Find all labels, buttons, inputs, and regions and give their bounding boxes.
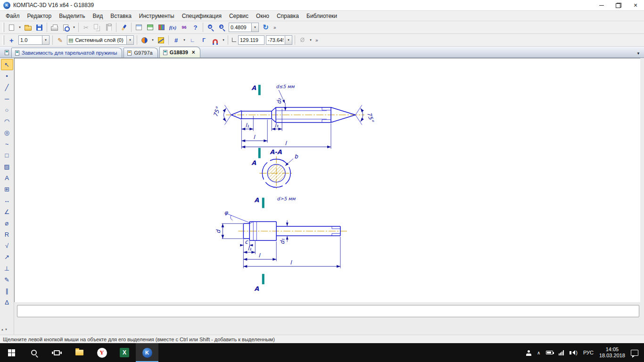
zoom-level-combobox[interactable]: ▾ — [229, 23, 259, 32]
menu-item[interactable]: Файл — [2, 11, 24, 21]
file-explorer-button[interactable] — [68, 343, 91, 362]
edit-tool[interactable]: ✎ — [1, 274, 13, 285]
print-preview-button[interactable] — [60, 22, 71, 33]
start-button[interactable] — [0, 343, 23, 362]
menu-item[interactable]: Выделить — [55, 11, 89, 21]
local-csys-button[interactable]: ∟ — [187, 35, 198, 46]
refresh-view-button[interactable]: ↻ — [260, 22, 271, 33]
line-scale-combobox[interactable]: ▾ — [18, 35, 50, 45]
coordinate-x-field[interactable] — [238, 35, 264, 45]
zoom-area-button[interactable] — [216, 22, 227, 33]
table-tool[interactable]: ⊞ — [1, 183, 13, 195]
angular-dimension-tool[interactable]: ∠ — [1, 206, 13, 217]
taskbar-search-button[interactable] — [23, 343, 45, 362]
task-view-button[interactable] — [45, 343, 68, 362]
snaps-dropdown-icon[interactable]: ▾ — [221, 35, 226, 46]
zoom-in-button[interactable] — [205, 22, 216, 33]
zoom-dropdown-icon[interactable]: ▾ — [251, 23, 258, 32]
action-center-button[interactable] — [631, 343, 638, 362]
menu-item[interactable]: Сервис — [225, 11, 252, 21]
measure-dropdown-icon[interactable]: ▾ — [308, 35, 313, 46]
current-style-button[interactable] — [156, 35, 166, 46]
ellipse-tool[interactable]: ◎ — [1, 127, 13, 138]
drawing-canvas[interactable]: 75° 75° А А d≤5 мм d₂ l₁ l₃ l l А-А — [15, 58, 641, 302]
kompas-taskbar-button[interactable]: K — [136, 343, 158, 362]
people-tray-button[interactable] — [526, 343, 531, 362]
tab-scroll-icon[interactable]: ▼ — [635, 51, 642, 56]
measure-tool[interactable]: Δ — [1, 296, 13, 308]
grid-button[interactable]: # — [171, 35, 182, 46]
layer-combobox[interactable]: ▤ Системный слой (0) ▾ — [67, 35, 134, 45]
open-document-button[interactable] — [23, 22, 33, 33]
tab-g9797a[interactable]: G9797a — [124, 48, 157, 58]
document-manager-button[interactable] — [145, 22, 156, 33]
leader-tool[interactable]: ↗ — [1, 251, 13, 263]
excel-button[interactable]: X — [113, 343, 136, 362]
toolbar-overflow-icon[interactable]: » — [315, 38, 318, 43]
circle-tool[interactable]: ○ — [1, 104, 13, 115]
scroll-up-icon[interactable]: ▲ — [1, 328, 5, 331]
text-tool[interactable]: A — [1, 172, 13, 183]
menu-item[interactable]: Вид — [89, 11, 107, 21]
zoom-level-input[interactable] — [229, 25, 251, 30]
spline-tool[interactable]: ~ — [1, 138, 13, 149]
print-preview-dropdown-icon[interactable]: ▾ — [72, 22, 76, 33]
save-button[interactable] — [34, 22, 45, 33]
coordinate-x-input[interactable] — [239, 37, 264, 43]
snaps-button[interactable] — [210, 35, 221, 46]
close-button[interactable]: × — [627, 0, 644, 10]
scroll-down-icon[interactable]: ▼ — [5, 328, 8, 331]
language-indicator[interactable]: РУС — [583, 350, 594, 355]
network-tray-button[interactable] — [559, 343, 564, 362]
datum-tool[interactable]: ⊥ — [1, 263, 13, 274]
menu-item[interactable]: Библиотеки — [303, 11, 341, 21]
menu-item[interactable]: Окно — [252, 11, 273, 21]
tab-g18839[interactable]: G18839 × — [159, 47, 200, 58]
linear-dimension-tool[interactable]: ↔ — [1, 195, 13, 206]
rectangle-tool[interactable]: □ — [1, 149, 13, 161]
auxiliary-line-tool[interactable]: ╱ — [1, 82, 13, 93]
volume-tray-button[interactable]: ) — [570, 343, 578, 362]
properties-button[interactable] — [133, 22, 144, 33]
tab-dependency-document[interactable]: Зависимость для тарельчатой пружины — [11, 48, 122, 58]
line-scale-dropdown-icon[interactable]: ▾ — [42, 36, 49, 44]
line-color-button[interactable] — [139, 35, 150, 46]
arc-tool[interactable]: ◠ — [1, 115, 13, 127]
segment-tool[interactable]: ─ — [1, 93, 13, 104]
toolbar-grip[interactable] — [2, 35, 4, 45]
parametrization-tool[interactable]: ∥ — [1, 285, 13, 296]
menu-item[interactable]: Спецификация — [178, 11, 225, 21]
restore-button[interactable] — [610, 0, 627, 10]
color-dropdown-icon[interactable]: ▾ — [150, 35, 155, 46]
coordinate-y-input[interactable] — [266, 37, 285, 43]
app-logo-icon[interactable]: K — [3, 2, 10, 9]
roughness-tool[interactable]: √ — [1, 240, 13, 251]
menu-item[interactable]: Вставка — [107, 11, 135, 21]
property-bar[interactable] — [17, 305, 639, 317]
diameter-dimension-tool[interactable]: ⌀ — [1, 217, 13, 229]
ortho-mode-button[interactable]: Γ — [198, 35, 209, 46]
coordinate-dropdown-icon[interactable]: ▾ — [285, 36, 292, 44]
menu-item[interactable]: Редактор — [24, 11, 56, 21]
units-button[interactable]: 96 — [179, 22, 190, 33]
battery-tray-button[interactable] — [546, 343, 553, 362]
toolbar-grip[interactable] — [2, 23, 4, 32]
context-help-button[interactable]: ? — [190, 22, 201, 33]
print-button[interactable] — [49, 22, 60, 33]
taskbar-clock[interactable]: 14:05 18.03.2018 — [599, 346, 625, 359]
line-scale-input[interactable] — [19, 37, 42, 43]
tab-list-button[interactable] — [2, 48, 11, 57]
coordinate-y-field[interactable]: ▾ — [266, 35, 292, 45]
minimize-button[interactable] — [593, 0, 610, 10]
copy-properties-button[interactable] — [118, 22, 129, 33]
property-bar-input[interactable] — [17, 305, 639, 317]
hidden-icons-chevron[interactable]: ∧ — [537, 343, 540, 362]
radius-dimension-tool[interactable]: R — [1, 229, 13, 240]
drawing-area[interactable]: 75° 75° А А d≤5 мм d₂ l₁ l₃ l l А-А — [14, 58, 640, 302]
yandex-browser-button[interactable]: Y — [91, 343, 113, 362]
close-tab-icon[interactable]: × — [192, 49, 195, 56]
move-view-button[interactable]: + — [6, 35, 17, 46]
grid-dropdown-icon[interactable]: ▾ — [182, 35, 187, 46]
menu-item[interactable]: Справка — [273, 11, 303, 21]
library-manager-button[interactable] — [156, 22, 167, 33]
